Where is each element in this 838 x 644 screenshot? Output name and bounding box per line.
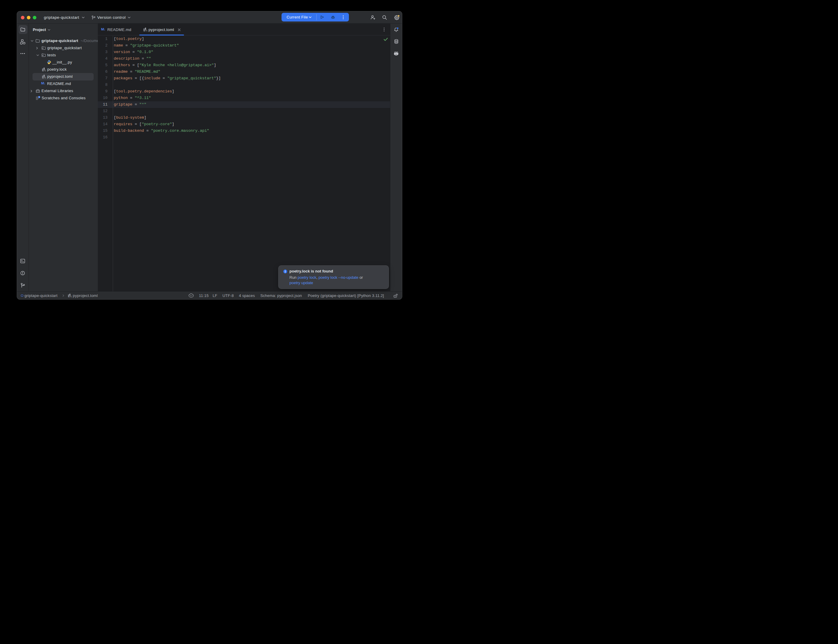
- svg-text:[T]: [T]: [43, 76, 46, 79]
- svg-text:[T]: [T]: [69, 295, 72, 297]
- svg-text:[T]: [T]: [145, 29, 147, 31]
- svg-text:[T]: [T]: [43, 69, 46, 72]
